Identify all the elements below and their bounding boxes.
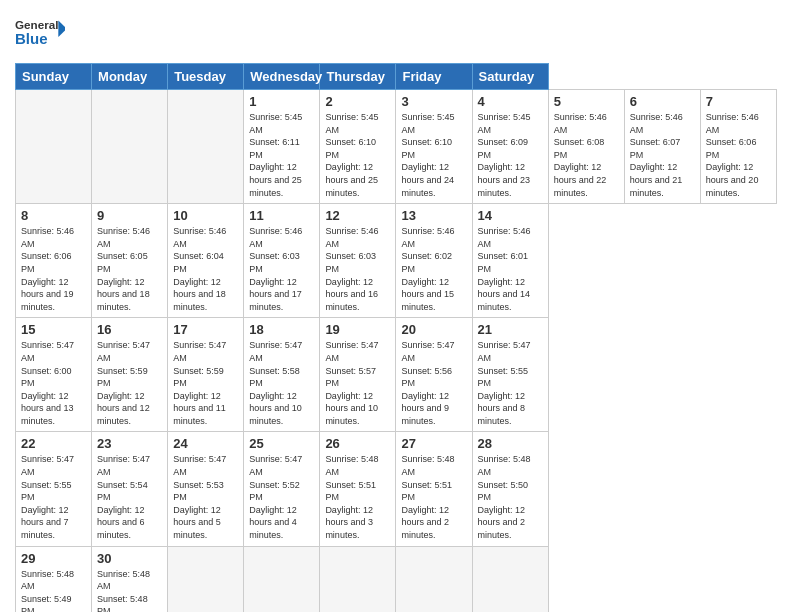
svg-text:Blue: Blue bbox=[15, 30, 48, 47]
table-row: 23 Sunrise: 5:47 AM Sunset: 5:54 PM Dayl… bbox=[92, 432, 168, 546]
day-number: 7 bbox=[706, 94, 771, 109]
table-row: 5 Sunrise: 5:46 AM Sunset: 6:08 PM Dayli… bbox=[548, 90, 624, 204]
day-info: Sunrise: 5:46 AM Sunset: 6:08 PM Dayligh… bbox=[554, 111, 619, 199]
day-number: 27 bbox=[401, 436, 466, 451]
day-info: Sunrise: 5:47 AM Sunset: 5:55 PM Dayligh… bbox=[21, 453, 86, 541]
table-row: 19 Sunrise: 5:47 AM Sunset: 5:57 PM Dayl… bbox=[320, 318, 396, 432]
table-row bbox=[168, 90, 244, 204]
day-info: Sunrise: 5:47 AM Sunset: 5:56 PM Dayligh… bbox=[401, 339, 466, 427]
day-info: Sunrise: 5:47 AM Sunset: 5:57 PM Dayligh… bbox=[325, 339, 390, 427]
table-row: 22 Sunrise: 5:47 AM Sunset: 5:55 PM Dayl… bbox=[16, 432, 92, 546]
day-info: Sunrise: 5:46 AM Sunset: 6:02 PM Dayligh… bbox=[401, 225, 466, 313]
day-number: 9 bbox=[97, 208, 162, 223]
day-info: Sunrise: 5:45 AM Sunset: 6:09 PM Dayligh… bbox=[478, 111, 543, 199]
col-tuesday: Tuesday bbox=[168, 64, 244, 90]
table-row: 30 Sunrise: 5:48 AM Sunset: 5:48 PM Dayl… bbox=[92, 546, 168, 612]
day-number: 30 bbox=[97, 551, 162, 566]
table-row: 13 Sunrise: 5:46 AM Sunset: 6:02 PM Dayl… bbox=[396, 204, 472, 318]
table-row bbox=[396, 546, 472, 612]
logo: General Blue bbox=[15, 10, 65, 55]
calendar-table: Sunday Monday Tuesday Wednesday Thursday… bbox=[15, 63, 777, 612]
table-row bbox=[92, 90, 168, 204]
table-row: 17 Sunrise: 5:47 AM Sunset: 5:59 PM Dayl… bbox=[168, 318, 244, 432]
table-row: 18 Sunrise: 5:47 AM Sunset: 5:58 PM Dayl… bbox=[244, 318, 320, 432]
day-info: Sunrise: 5:48 AM Sunset: 5:49 PM Dayligh… bbox=[21, 568, 86, 612]
day-number: 6 bbox=[630, 94, 695, 109]
day-number: 5 bbox=[554, 94, 619, 109]
day-number: 25 bbox=[249, 436, 314, 451]
table-row: 3 Sunrise: 5:45 AM Sunset: 6:10 PM Dayli… bbox=[396, 90, 472, 204]
table-row: 21 Sunrise: 5:47 AM Sunset: 5:55 PM Dayl… bbox=[472, 318, 548, 432]
col-friday: Friday bbox=[396, 64, 472, 90]
day-number: 19 bbox=[325, 322, 390, 337]
table-row: 11 Sunrise: 5:46 AM Sunset: 6:03 PM Dayl… bbox=[244, 204, 320, 318]
table-row: 8 Sunrise: 5:46 AM Sunset: 6:06 PM Dayli… bbox=[16, 204, 92, 318]
day-info: Sunrise: 5:46 AM Sunset: 6:03 PM Dayligh… bbox=[249, 225, 314, 313]
day-info: Sunrise: 5:46 AM Sunset: 6:01 PM Dayligh… bbox=[478, 225, 543, 313]
week-row-1: 1 Sunrise: 5:45 AM Sunset: 6:11 PM Dayli… bbox=[16, 90, 777, 204]
svg-marker-2 bbox=[58, 20, 65, 37]
table-row: 12 Sunrise: 5:46 AM Sunset: 6:03 PM Dayl… bbox=[320, 204, 396, 318]
table-row: 6 Sunrise: 5:46 AM Sunset: 6:07 PM Dayli… bbox=[624, 90, 700, 204]
table-row: 14 Sunrise: 5:46 AM Sunset: 6:01 PM Dayl… bbox=[472, 204, 548, 318]
logo-svg: General Blue bbox=[15, 10, 65, 55]
day-info: Sunrise: 5:48 AM Sunset: 5:51 PM Dayligh… bbox=[325, 453, 390, 541]
table-row bbox=[244, 546, 320, 612]
day-number: 22 bbox=[21, 436, 86, 451]
day-info: Sunrise: 5:45 AM Sunset: 6:10 PM Dayligh… bbox=[401, 111, 466, 199]
table-row bbox=[168, 546, 244, 612]
day-number: 11 bbox=[249, 208, 314, 223]
day-info: Sunrise: 5:48 AM Sunset: 5:50 PM Dayligh… bbox=[478, 453, 543, 541]
day-number: 23 bbox=[97, 436, 162, 451]
col-sunday: Sunday bbox=[16, 64, 92, 90]
table-row: 10 Sunrise: 5:46 AM Sunset: 6:04 PM Dayl… bbox=[168, 204, 244, 318]
day-number: 10 bbox=[173, 208, 238, 223]
day-info: Sunrise: 5:46 AM Sunset: 6:03 PM Dayligh… bbox=[325, 225, 390, 313]
day-number: 4 bbox=[478, 94, 543, 109]
col-thursday: Thursday bbox=[320, 64, 396, 90]
table-row: 9 Sunrise: 5:46 AM Sunset: 6:05 PM Dayli… bbox=[92, 204, 168, 318]
day-number: 17 bbox=[173, 322, 238, 337]
day-number: 24 bbox=[173, 436, 238, 451]
day-number: 8 bbox=[21, 208, 86, 223]
day-number: 28 bbox=[478, 436, 543, 451]
col-saturday: Saturday bbox=[472, 64, 548, 90]
day-number: 13 bbox=[401, 208, 466, 223]
col-monday: Monday bbox=[92, 64, 168, 90]
header-row: Sunday Monday Tuesday Wednesday Thursday… bbox=[16, 64, 777, 90]
svg-text:General: General bbox=[15, 18, 58, 31]
day-info: Sunrise: 5:47 AM Sunset: 5:59 PM Dayligh… bbox=[173, 339, 238, 427]
day-info: Sunrise: 5:46 AM Sunset: 6:06 PM Dayligh… bbox=[21, 225, 86, 313]
day-number: 12 bbox=[325, 208, 390, 223]
day-number: 16 bbox=[97, 322, 162, 337]
day-info: Sunrise: 5:47 AM Sunset: 5:59 PM Dayligh… bbox=[97, 339, 162, 427]
day-info: Sunrise: 5:46 AM Sunset: 6:06 PM Dayligh… bbox=[706, 111, 771, 199]
day-number: 3 bbox=[401, 94, 466, 109]
table-row: 28 Sunrise: 5:48 AM Sunset: 5:50 PM Dayl… bbox=[472, 432, 548, 546]
day-info: Sunrise: 5:47 AM Sunset: 5:58 PM Dayligh… bbox=[249, 339, 314, 427]
table-row: 4 Sunrise: 5:45 AM Sunset: 6:09 PM Dayli… bbox=[472, 90, 548, 204]
week-row-3: 15 Sunrise: 5:47 AM Sunset: 6:00 PM Dayl… bbox=[16, 318, 777, 432]
table-row: 29 Sunrise: 5:48 AM Sunset: 5:49 PM Dayl… bbox=[16, 546, 92, 612]
day-info: Sunrise: 5:47 AM Sunset: 5:54 PM Dayligh… bbox=[97, 453, 162, 541]
day-info: Sunrise: 5:47 AM Sunset: 5:53 PM Dayligh… bbox=[173, 453, 238, 541]
day-number: 20 bbox=[401, 322, 466, 337]
day-info: Sunrise: 5:47 AM Sunset: 5:55 PM Dayligh… bbox=[478, 339, 543, 427]
day-number: 14 bbox=[478, 208, 543, 223]
day-info: Sunrise: 5:46 AM Sunset: 6:04 PM Dayligh… bbox=[173, 225, 238, 313]
page: General Blue Sunday Monday Tuesday Wedne… bbox=[0, 0, 792, 612]
day-info: Sunrise: 5:48 AM Sunset: 5:51 PM Dayligh… bbox=[401, 453, 466, 541]
header: General Blue bbox=[15, 10, 777, 55]
day-info: Sunrise: 5:45 AM Sunset: 6:11 PM Dayligh… bbox=[249, 111, 314, 199]
table-row: 26 Sunrise: 5:48 AM Sunset: 5:51 PM Dayl… bbox=[320, 432, 396, 546]
week-row-4: 22 Sunrise: 5:47 AM Sunset: 5:55 PM Dayl… bbox=[16, 432, 777, 546]
table-row: 25 Sunrise: 5:47 AM Sunset: 5:52 PM Dayl… bbox=[244, 432, 320, 546]
day-info: Sunrise: 5:46 AM Sunset: 6:07 PM Dayligh… bbox=[630, 111, 695, 199]
table-row: 24 Sunrise: 5:47 AM Sunset: 5:53 PM Dayl… bbox=[168, 432, 244, 546]
day-number: 1 bbox=[249, 94, 314, 109]
day-info: Sunrise: 5:47 AM Sunset: 5:52 PM Dayligh… bbox=[249, 453, 314, 541]
table-row: 7 Sunrise: 5:46 AM Sunset: 6:06 PM Dayli… bbox=[700, 90, 776, 204]
table-row: 16 Sunrise: 5:47 AM Sunset: 5:59 PM Dayl… bbox=[92, 318, 168, 432]
table-row bbox=[16, 90, 92, 204]
week-row-2: 8 Sunrise: 5:46 AM Sunset: 6:06 PM Dayli… bbox=[16, 204, 777, 318]
